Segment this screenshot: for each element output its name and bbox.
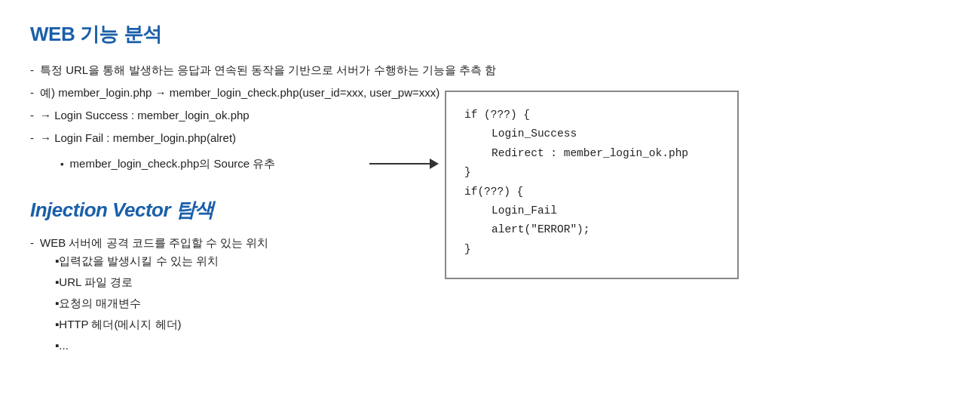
dash-icon: -	[30, 234, 34, 252]
sub-list: ▪ member_login_check.php의 Source 유추	[30, 155, 275, 176]
sub-sub-item: ▪ ...	[40, 337, 268, 355]
sub-text: 입력값을 발생시킬 수 있는 위치	[59, 252, 219, 270]
sub-text: URL 파일 경로	[59, 273, 133, 291]
dash-icon: -	[30, 84, 34, 102]
code-line-5: Login_Fail	[464, 201, 719, 220]
code-line-7: }	[464, 240, 719, 259]
sub-text: HTTP 헤더(메시지 헤더)	[59, 315, 181, 334]
dash-icon: -	[30, 106, 34, 125]
bullet-square-icon: ▪	[60, 157, 64, 173]
code-line-6: alert("ERROR");	[464, 220, 719, 239]
page-container: WEB 기능 분석 - 특정 URL을 통해 발생하는 응답과 연속된 동작을 …	[0, 0, 980, 377]
sub-list-item: ▪ member_login_check.php의 Source 유추	[30, 155, 275, 173]
code-line-0: if (???) {	[464, 106, 719, 125]
item-text: 예) member_login.php → member_login_check…	[40, 84, 439, 102]
arrow-head-icon	[430, 158, 439, 169]
item-text: 특정 URL을 통해 발생하는 응답과 연속된 동작을 기반으로 서버가 수행하…	[40, 61, 496, 79]
sub-item-text: member_login_check.php의 Source 유추	[70, 155, 276, 173]
section1-title: WEB 기능 분석	[30, 21, 573, 48]
dash-icon: -	[30, 129, 34, 147]
sub-text: 요청의 매개변수	[59, 294, 141, 312]
arrow-container	[369, 158, 439, 169]
item-text: WEB 서버에 공격 코드를 주입할 수 있는 위치	[40, 236, 268, 249]
code-box: if (???) { Login_Success Redirect : memb…	[445, 91, 739, 279]
sub-text: ...	[59, 337, 69, 355]
arrow-line	[369, 163, 430, 165]
item-text: → Login Success : member_login_ok.php	[40, 106, 250, 125]
code-line-1: Login_Success	[464, 125, 719, 143]
code-line-4: if(???) {	[464, 183, 719, 201]
sub-sub-item: ▪ URL 파일 경로	[40, 273, 268, 291]
item-content: WEB 서버에 공격 코드를 주입할 수 있는 위치 ▪ 입력값을 발생시킬 수…	[40, 234, 268, 358]
code-line-2: Redirect : member_login_ok.php	[464, 144, 719, 163]
dash-icon: -	[30, 61, 34, 79]
list-item: - 특정 URL을 통해 발생하는 응답과 연속된 동작을 기반으로 서버가 수…	[30, 61, 573, 79]
sub-sub-list: ▪ 입력값을 발생시킬 수 있는 위치 ▪ URL 파일 경로 ▪ 요청의 매개…	[40, 252, 268, 355]
sub-sub-item: ▪ 입력값을 발생시킬 수 있는 위치	[40, 252, 268, 270]
sub-sub-item: ▪ HTTP 헤더(메시지 헤더)	[40, 315, 268, 334]
item-text: → Login Fail : member_login.php(alret)	[40, 129, 236, 147]
code-line-3: }	[464, 163, 719, 182]
sub-sub-item: ▪ 요청의 매개변수	[40, 294, 268, 312]
